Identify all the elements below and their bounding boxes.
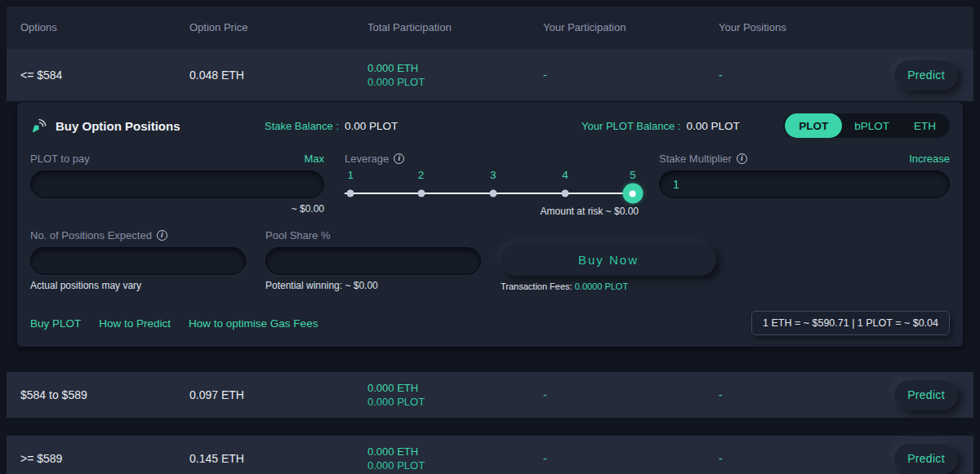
total-eth: 0.000 ETH [368, 445, 543, 458]
max-link[interactable]: Max [304, 153, 324, 165]
your-positions: - [719, 69, 894, 82]
header-options: Options [20, 21, 189, 33]
pool-share-input[interactable] [265, 247, 481, 275]
your-participation: - [543, 69, 719, 82]
option-price: 0.145 ETH [189, 452, 368, 465]
buy-positions-icon [30, 117, 48, 135]
leverage-slider: 1 2 3 4 5 Amount at risk ~ $0.0 [345, 169, 639, 217]
header-total-participation: Total Participation [368, 21, 543, 33]
positions-expected-group: No. of Positions Expected i Actual posit… [30, 227, 246, 291]
header-option-price: Option Price [189, 21, 368, 33]
plot-balance-value: 0.00 PLOT [686, 120, 739, 132]
pay-field-group: PLOT to pay Max ~ $0.00 [30, 150, 324, 217]
total-eth: 0.000 ETH [368, 61, 543, 75]
toggle-bplot[interactable]: bPLOT [842, 113, 902, 138]
stake-multiplier-group: Stake Multiplier i Increase [659, 150, 950, 217]
slider-stop-3[interactable] [489, 190, 497, 197]
slider-stop-1[interactable] [347, 190, 354, 197]
options-trading-page: Options Option Price Total Participation… [0, 0, 980, 474]
total-eth: 0.000 ETH [368, 381, 543, 395]
stake-multiplier-input[interactable] [659, 171, 950, 198]
optimise-gas-fees-link[interactable]: How to optimise Gas Fees [189, 317, 318, 330]
slider-stop-4[interactable] [562, 190, 569, 197]
slider-thumb[interactable] [622, 184, 643, 204]
your-positions: - [719, 388, 894, 401]
predict-button[interactable]: Predict [894, 60, 958, 91]
panel-title: Buy Option Positions [56, 119, 180, 133]
positions-expected-input[interactable] [30, 247, 246, 275]
option-price: 0.097 ETH [189, 388, 368, 401]
leverage-label: Leverage [345, 153, 389, 165]
stake-multiplier-label: Stake Multiplier [659, 153, 732, 165]
amount-at-risk: Amount at risk ~ $0.00 [345, 206, 639, 217]
positions-expected-label: No. of Positions Expected [30, 229, 152, 241]
leverage-level-2[interactable]: 2 [418, 169, 425, 181]
table-header: Options Option Price Total Participation… [7, 7, 973, 49]
transaction-fees-label: Transaction Fees: [501, 281, 572, 291]
positions-note: Actual positions may vary [30, 280, 246, 291]
your-positions: - [719, 452, 894, 465]
option-range: $584 to $589 [20, 388, 189, 401]
transaction-fees-value: 0.0000 PLOT [575, 281, 628, 291]
predict-button[interactable]: Predict [894, 444, 958, 474]
total-plot: 0.000 PLOT [368, 458, 543, 472]
buy-option-positions-panel: Buy Option Positions Stake Balance : 0.0… [16, 101, 964, 348]
potential-winning-note: Potential winning: ~ $0.00 [265, 280, 481, 291]
leverage-group: Leverage i 1 2 3 4 5 [345, 150, 639, 217]
toggle-plot[interactable]: PLOT [785, 113, 842, 138]
your-participation: - [543, 388, 719, 401]
total-participation: 0.000 ETH 0.000 PLOT [368, 445, 543, 472]
pay-input[interactable] [30, 171, 324, 198]
stake-balance-value: 0.00 PLOT [345, 120, 398, 132]
option-range: >= $589 [20, 452, 189, 465]
table-row: >= $589 0.145 ETH 0.000 ETH 0.000 PLOT -… [7, 436, 973, 474]
positions-expected-info-icon[interactable]: i [157, 230, 167, 241]
total-participation: 0.000 ETH 0.000 PLOT [368, 381, 543, 409]
header-your-participation: Your Participation [543, 21, 719, 33]
pay-label: PLOT to pay [30, 153, 90, 165]
total-plot: 0.000 PLOT [368, 395, 543, 409]
leverage-level-4[interactable]: 4 [562, 169, 568, 181]
toggle-eth[interactable]: ETH [902, 113, 948, 138]
predict-button[interactable]: Predict [894, 380, 958, 410]
stake-balance-label: Stake Balance : [265, 120, 339, 132]
total-participation: 0.000 ETH 0.000 PLOT [368, 61, 543, 89]
leverage-level-3[interactable]: 3 [490, 169, 497, 181]
table-row: $584 to $589 0.097 ETH 0.000 ETH 0.000 P… [7, 372, 973, 418]
pay-usd-estimate: ~ $0.00 [30, 203, 324, 215]
option-range: <= $584 [20, 69, 189, 82]
leverage-level-5[interactable]: 5 [630, 169, 636, 181]
total-plot: 0.000 PLOT [368, 75, 543, 89]
exchange-rates: 1 ETH = ~ $590.71 | 1 PLOT = ~ $0.04 [751, 311, 950, 335]
buy-now-group: Buy Now Transaction Fees: 0.0000 PLOT [501, 227, 716, 291]
pool-share-group: Pool Share % Potential winning: ~ $0.00 [265, 227, 481, 291]
how-to-predict-link[interactable]: How to Predict [99, 317, 171, 330]
increase-link[interactable]: Increase [909, 153, 950, 165]
buy-plot-link[interactable]: Buy PLOT [30, 317, 81, 330]
plot-balance-label: Your PLOT Balance : [581, 120, 680, 132]
slider-stop-2[interactable] [417, 190, 425, 197]
option-price: 0.048 ETH [189, 69, 368, 82]
leverage-info-icon[interactable]: i [394, 153, 404, 164]
stake-multiplier-info-icon[interactable]: i [737, 153, 747, 164]
currency-toggle: PLOT bPLOT ETH [783, 113, 950, 138]
header-your-positions: Your Positions [719, 21, 894, 33]
pool-share-label: Pool Share % [265, 229, 331, 241]
buy-now-button[interactable]: Buy Now [501, 243, 716, 276]
your-participation: - [543, 452, 719, 465]
leverage-level-1[interactable]: 1 [347, 169, 354, 181]
table-row: <= $584 0.048 ETH 0.000 ETH 0.000 PLOT -… [7, 49, 973, 101]
